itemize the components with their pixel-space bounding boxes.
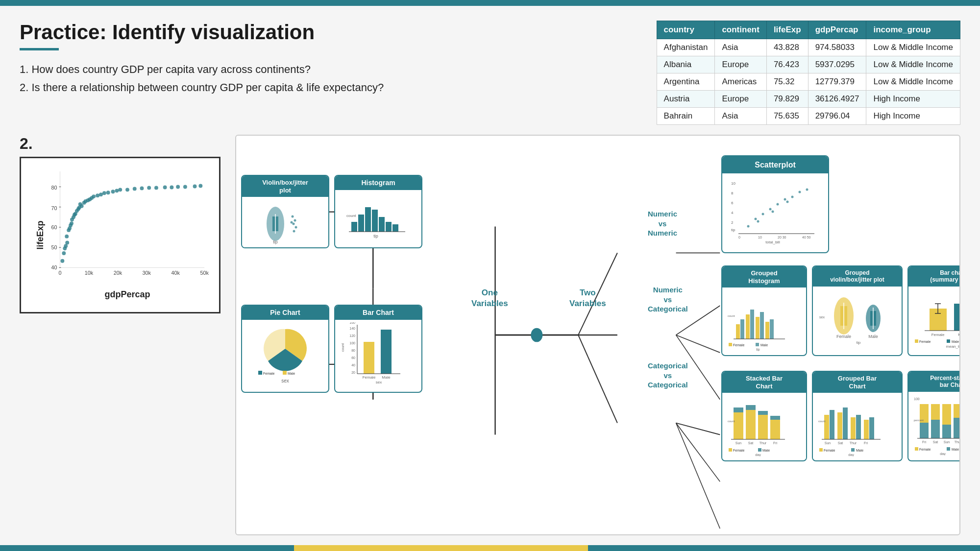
svg-point-90 <box>291 221 293 224</box>
svg-point-129 <box>755 217 757 220</box>
svg-rect-146 <box>736 324 740 339</box>
cell: 29796.04 <box>808 108 866 125</box>
cell: 75.32 <box>766 73 808 91</box>
svg-rect-94 <box>365 207 371 232</box>
svg-rect-104 <box>283 371 287 375</box>
svg-text:Female: Female <box>824 449 835 452</box>
cell: Asia <box>715 108 767 125</box>
svg-point-50 <box>125 188 129 192</box>
svg-point-138 <box>772 210 774 213</box>
svg-text:Fri: Fri <box>922 440 927 444</box>
svg-rect-92 <box>351 222 357 232</box>
svg-text:Sat: Sat <box>933 440 938 444</box>
svg-rect-96 <box>379 217 385 232</box>
svg-rect-150 <box>756 317 760 339</box>
svg-text:Male: Male <box>856 449 863 452</box>
svg-rect-202 <box>758 448 761 452</box>
svg-text:40: 40 <box>51 264 57 270</box>
svg-text:sex: sex <box>376 380 382 384</box>
pie-chart-card: Pie Chart Female Male sex <box>241 305 329 393</box>
svg-point-86 <box>294 219 296 222</box>
svg-line-72 <box>578 335 617 423</box>
svg-text:Male: Male <box>868 334 878 339</box>
svg-point-22 <box>65 240 69 244</box>
scatter-x-label: gdpPercap <box>46 289 209 300</box>
question-1: 1. How does country GDP per capita vary … <box>20 60 657 78</box>
svg-rect-230 <box>942 404 951 425</box>
violin-card: Violin/box/jitterplot <box>241 175 329 248</box>
svg-text:50k: 50k <box>200 270 209 276</box>
svg-text:Female: Female <box>263 372 274 375</box>
svg-text:Sat: Sat <box>838 441 843 445</box>
svg-text:tip: tip <box>857 340 861 345</box>
svg-text:80: 80 <box>351 349 355 352</box>
cell: Americas <box>715 73 767 91</box>
svg-line-79 <box>676 423 720 528</box>
svg-point-85 <box>292 216 294 218</box>
svg-point-53 <box>147 186 151 190</box>
svg-rect-97 <box>386 222 392 232</box>
svg-point-55 <box>163 186 167 190</box>
svg-point-139 <box>786 200 789 203</box>
svg-rect-155 <box>729 343 732 346</box>
svg-text:tip: tip <box>373 234 378 239</box>
svg-text:160: 160 <box>349 322 355 324</box>
svg-rect-212 <box>864 420 869 439</box>
svg-point-128 <box>747 225 750 227</box>
cell: Albania <box>657 56 715 73</box>
svg-rect-153 <box>770 319 774 339</box>
svg-text:count: count <box>342 343 344 352</box>
svg-rect-95 <box>372 210 378 232</box>
svg-point-52 <box>140 186 144 190</box>
svg-text:70: 70 <box>51 205 57 211</box>
bar-chart-summary-card: Bar chart(summary stats) <box>907 265 960 356</box>
cell: 75.635 <box>766 108 808 125</box>
svg-text:day: day <box>848 453 854 456</box>
cell: 974.58033 <box>808 39 866 56</box>
svg-text:Female: Female <box>919 448 931 451</box>
svg-rect-187 <box>734 412 743 439</box>
svg-rect-114 <box>364 342 374 374</box>
svg-rect-172 <box>954 304 960 331</box>
svg-text:Fri: Fri <box>864 441 868 445</box>
svg-text:4: 4 <box>731 211 734 215</box>
svg-text:6: 6 <box>731 201 734 205</box>
svg-text:tip: tip <box>273 240 278 244</box>
cell: 76.423 <box>766 56 808 73</box>
grouped-bar-card: Grouped BarChart Sun Sat <box>812 371 903 461</box>
svg-rect-102 <box>258 371 262 375</box>
svg-rect-115 <box>381 330 392 374</box>
svg-rect-189 <box>746 410 756 439</box>
svg-point-60 <box>198 184 202 188</box>
svg-text:140: 140 <box>349 327 355 330</box>
svg-rect-191 <box>758 415 768 439</box>
label-num-vs-cat: NumericvsCategorical <box>648 285 688 314</box>
svg-point-87 <box>293 223 295 225</box>
svg-text:Male: Male <box>762 449 770 452</box>
svg-text:count: count <box>728 314 735 317</box>
grouped-histogram-card: GroupedHistogram <box>721 265 807 356</box>
scatterplot-card: Scatterplot 10 8 6 4 2 tip <box>721 155 829 253</box>
svg-text:0: 0 <box>738 236 740 239</box>
svg-text:80: 80 <box>51 185 57 191</box>
svg-rect-93 <box>358 215 364 232</box>
cell: Afghanistan <box>657 39 715 56</box>
svg-rect-184 <box>947 339 950 343</box>
svg-point-57 <box>176 185 180 189</box>
stacked-bar-card: Stacked BarChart Sun Sat <box>721 371 807 461</box>
svg-point-36 <box>78 202 82 206</box>
scatterplot-title: Scatterplot <box>722 156 828 173</box>
svg-rect-147 <box>740 319 744 339</box>
svg-text:0: 0 <box>58 270 61 276</box>
viz-diagram: Numeric Categorical OneVariables TwoVari… <box>235 135 960 535</box>
svg-text:Male: Male <box>958 333 960 337</box>
svg-text:day: day <box>940 452 946 455</box>
table-row: Albania Europe 76.423 5937.0295 Low & Mi… <box>657 56 960 73</box>
svg-line-78 <box>676 423 720 482</box>
svg-text:count: count <box>818 420 826 423</box>
svg-rect-188 <box>734 407 743 412</box>
svg-rect-192 <box>758 411 768 415</box>
cell: Low & Middle Income <box>866 56 960 73</box>
svg-rect-157 <box>756 343 759 346</box>
histogram-card-title: Histogram <box>335 176 421 190</box>
